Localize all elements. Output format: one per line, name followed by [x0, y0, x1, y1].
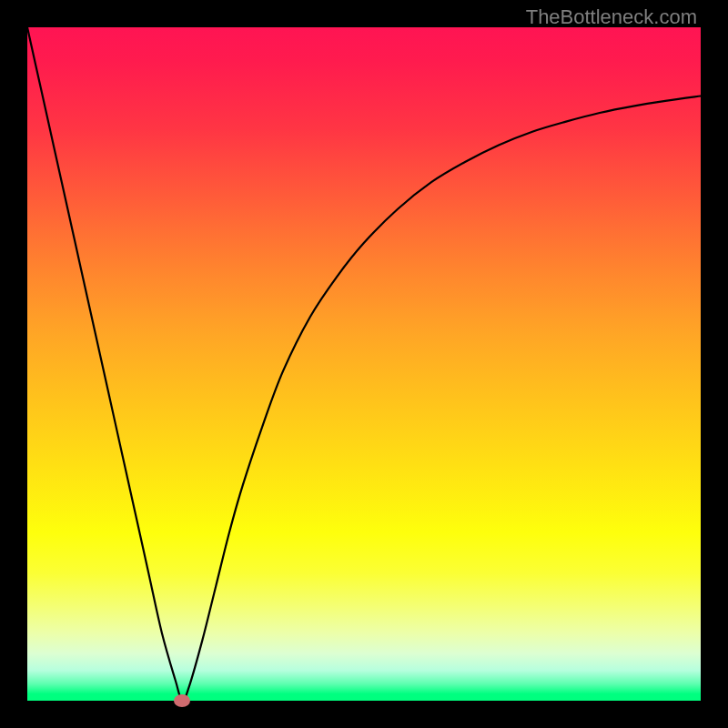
- watermark-text: TheBottleneck.com: [526, 5, 697, 29]
- chart-frame: TheBottleneck.com: [0, 0, 728, 728]
- bottleneck-curve: [27, 27, 701, 701]
- optimum-marker: [174, 694, 190, 707]
- plot-area: [27, 27, 701, 701]
- curve-svg: [27, 27, 701, 701]
